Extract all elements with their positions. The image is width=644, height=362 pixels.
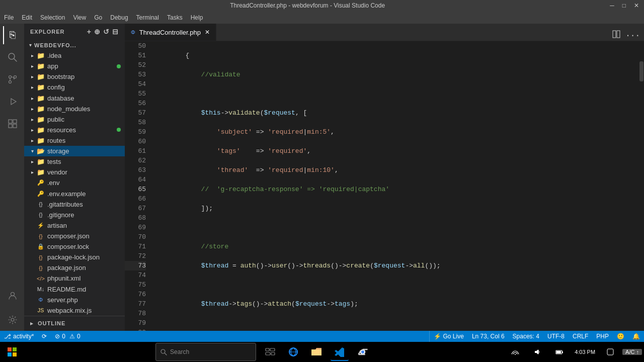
refresh-icon[interactable]: ↺ [103, 28, 110, 36]
tab-thread-controller[interactable]: Φ ThreadController.php ✕ [125, 24, 216, 41]
sidebar-item-composer-json[interactable]: {} composer.json [24, 231, 125, 241]
sidebar-item-package-json[interactable]: {} package.json [24, 262, 125, 273]
sidebar-item-gitattributes[interactable]: {} .gitattributes [24, 199, 125, 210]
menu-selection[interactable]: Selection [36, 11, 69, 24]
folder-icon: 📁 [36, 137, 45, 144]
sidebar-item-env-example[interactable]: 🔑 .env.example [24, 189, 125, 199]
sidebar-item-storage[interactable]: ▾ 📂 storage [24, 146, 125, 156]
chevron-right-icon: ▸ [28, 96, 36, 101]
taskbar-volume-icon[interactable] [528, 343, 546, 361]
cursor-position-status[interactable]: Ln 73, Col 6 [468, 331, 509, 342]
new-file-icon[interactable]: + [87, 28, 92, 36]
sidebar-item-tests[interactable]: ▸ 📁 tests [24, 156, 125, 167]
menu-help[interactable]: Help [187, 11, 207, 24]
menu-terminal[interactable]: Terminal [132, 11, 163, 24]
encoding-label: UTF-8 [547, 333, 565, 340]
sidebar-item-label: .gitignore [47, 211, 74, 219]
sidebar-item-phpunit-xml[interactable]: </> phpunit.xml [24, 273, 125, 284]
sidebar-item-label: artisan [47, 222, 67, 229]
taskbar-ie-icon[interactable] [284, 343, 302, 361]
bell-status[interactable]: 🔔 [628, 331, 644, 342]
folder-icon: 📁 [36, 83, 45, 91]
taskbar-task-view[interactable] [261, 343, 279, 361]
sidebar-item-routes[interactable]: ▸ 📁 routes [24, 135, 125, 146]
taskbar-time-display[interactable]: 4:03 PM [572, 349, 598, 355]
settings-activity-icon[interactable] [3, 311, 21, 329]
file-icon: 🔒 [36, 243, 45, 250]
minimize-button[interactable]: ─ [610, 2, 614, 9]
split-editor-icon[interactable] [612, 30, 620, 41]
sidebar-item-resources[interactable]: ▸ 📁 resources [24, 125, 125, 135]
taskbar-notification-icon[interactable] [601, 343, 619, 361]
code-line [154, 223, 639, 232]
code-editor[interactable]: { //validate $this->validate($request, [… [150, 41, 639, 331]
source-control-activity-icon[interactable] [3, 70, 21, 88]
outline-section[interactable]: ▸ OUTLINE [24, 316, 125, 331]
go-live-button[interactable]: ⚡ Go Live [429, 331, 468, 342]
sidebar-item-app[interactable]: ▸ 📁 app [24, 61, 125, 71]
sidebar-item-public[interactable]: ▸ 📁 public [24, 114, 125, 125]
error-count: 0 [62, 333, 65, 340]
sync-status[interactable]: ⟳ [38, 331, 51, 342]
errors-warnings-status[interactable]: ⊘ 0 ⚠ 0 [51, 331, 84, 342]
spaces-status[interactable]: Spaces: 4 [509, 331, 543, 342]
line-number: 71 [125, 242, 146, 251]
sidebar-item-readme-md[interactable]: M↓ README.md [24, 284, 125, 295]
maximize-button[interactable]: □ [622, 2, 626, 9]
svg-point-4 [14, 76, 17, 78]
sidebar-item-config[interactable]: ▸ 📁 config [24, 82, 125, 93]
sidebar-item-artisan[interactable]: ⚡ artisan [24, 220, 125, 231]
outline-chevron: ▸ [30, 320, 34, 326]
sidebar-item-gitignore[interactable]: {} .gitignore [24, 210, 125, 220]
explorer-activity-icon[interactable]: ⎘ [3, 26, 21, 44]
sidebar-item-composer-lock[interactable]: 🔒 composer.lock [24, 241, 125, 252]
taskbar-chrome-icon[interactable] [354, 343, 372, 361]
menu-view[interactable]: View [69, 11, 90, 24]
window-controls[interactable]: ─ □ ✕ [610, 2, 639, 9]
debug-activity-icon[interactable] [3, 93, 21, 111]
line-ending-status[interactable]: CRLF [569, 331, 592, 342]
sidebar-root[interactable]: ▾ WEBDEVFO... [24, 40, 125, 50]
git-branch-status[interactable]: ⎇ activity* [0, 331, 38, 342]
no-icon [28, 202, 36, 207]
close-button[interactable]: ✕ [634, 2, 639, 9]
menu-debug[interactable]: Debug [106, 11, 132, 24]
smiley-status[interactable]: 🙂 [613, 331, 628, 342]
encoding-status[interactable]: UTF-8 [543, 331, 569, 342]
sidebar-item-label: package-lock.json [47, 253, 100, 261]
tab-close-button[interactable]: ✕ [205, 29, 210, 36]
sidebar-item-database[interactable]: ▸ 📁 database [24, 93, 125, 104]
sidebar-item-package-lock-json[interactable]: {} package-lock.json [24, 252, 125, 262]
menu-tasks[interactable]: Tasks [163, 11, 187, 24]
new-folder-icon[interactable]: ⊕ [94, 28, 101, 36]
sidebar-item-webpack-mix-js[interactable]: JS webpack.mix.js [24, 305, 125, 316]
sidebar-item-env[interactable]: 🔑 .env [24, 177, 125, 188]
scrollbar-thumb[interactable] [639, 61, 643, 81]
taskbar-battery-icon[interactable] [550, 343, 569, 361]
collapse-all-icon[interactable]: ⊟ [112, 28, 119, 36]
extensions-activity-icon[interactable] [3, 115, 21, 133]
taskbar-folder-icon[interactable] [307, 343, 326, 361]
taskbar-search[interactable]: Search [155, 343, 256, 361]
search-activity-icon[interactable] [3, 48, 21, 66]
start-button[interactable] [3, 343, 21, 361]
taskbar-ac-indicator[interactable]: A/C ↑ [622, 349, 642, 355]
menu-go[interactable]: Go [90, 11, 106, 24]
sidebar-item-node-modules[interactable]: ▸ 📁 node_modules [24, 104, 125, 114]
line-number: 72 [125, 251, 146, 261]
language-status[interactable]: PHP [592, 331, 613, 342]
line-number: 77 [125, 299, 146, 309]
sidebar-item-idea[interactable]: ▸ 📁 .idea [24, 50, 125, 61]
title-bar: ThreadController.php - webdevforum - Vis… [0, 0, 644, 11]
menu-file[interactable]: File [0, 11, 18, 24]
vertical-scrollbar[interactable] [639, 41, 644, 331]
menu-edit[interactable]: Edit [18, 11, 36, 24]
sidebar-item-server-php[interactable]: Φ server.php [24, 295, 125, 305]
more-actions-icon[interactable]: ··· [625, 31, 640, 40]
account-activity-icon[interactable] [3, 287, 21, 305]
sidebar-item-vendor[interactable]: ▸ 📁 vendor [24, 167, 125, 177]
sidebar-item-bootstrap[interactable]: ▸ 📁 bootstrap [24, 71, 125, 82]
taskbar-vscode-icon[interactable] [331, 343, 349, 361]
code-line: $thread = auth()->user()->threads()->cre… [154, 261, 639, 270]
taskbar-network-icon[interactable] [506, 343, 524, 361]
